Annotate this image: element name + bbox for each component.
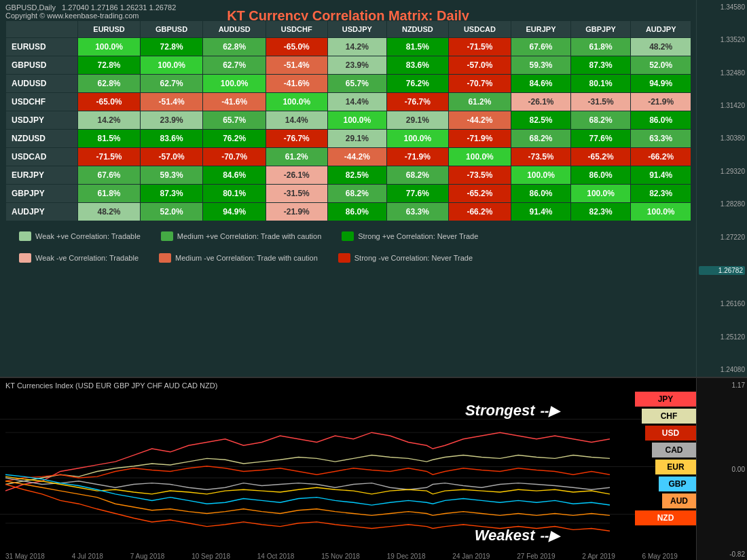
x-label-2: 4 Jul 2018	[72, 553, 103, 560]
cell-gbpjpy-7: 86.0%	[511, 185, 571, 203]
cell-eurjpy-2: 84.6%	[203, 166, 266, 185]
cell-usdchf-1: -51.4%	[140, 93, 203, 111]
row-label-audjpy: AUDJPY	[6, 203, 78, 221]
weak-neg-box	[19, 253, 31, 263]
cell-gbpjpy-9: 82.3%	[631, 185, 691, 203]
weak-pos-label: Weak +ve Correlation: Tradable	[35, 232, 141, 240]
row-label-audusd: AUDUSD	[6, 75, 78, 93]
matrix-row-usdcad: USDCAD-71.5%-57.0%-70.7%61.2%-44.2%-71.9…	[6, 148, 691, 166]
cell-audusd-7: 84.6%	[511, 75, 571, 93]
cell-audjpy-8: 82.3%	[570, 203, 631, 221]
eur-bar: EUR	[655, 460, 696, 474]
cell-gbpjpy-5: 77.6%	[387, 185, 449, 203]
jpy-bar-item: JPY	[615, 392, 696, 407]
cell-audjpy-0: 48.2%	[78, 203, 141, 221]
col-header-gbpusd: GBPUSD	[140, 21, 203, 38]
cell-audusd-8: 80.1%	[570, 75, 631, 93]
cell-audusd-3: -41.6%	[266, 75, 327, 93]
cell-usdjpy-2: 65.7%	[203, 111, 266, 130]
matrix-header-row: EURUSD GBPUSD AUDUSD USDCHF USDJPY NZDUS…	[6, 21, 691, 38]
copyright-label: Copyright © www.keenbase-trading.com	[5, 12, 176, 20]
cell-eurjpy-5: 68.2%	[387, 166, 449, 185]
cell-gbpjpy-3: -31.5%	[266, 185, 327, 203]
cell-audjpy-4: 86.0%	[327, 203, 387, 221]
x-label-1: 31 May 2018	[5, 553, 45, 560]
matrix-row-gbpusd: GBPUSD72.8%100.0%62.7%-51.4%23.9%83.6%-5…	[6, 56, 691, 75]
cell-gbpusd-7: 59.3%	[511, 56, 571, 75]
cell-usdjpy-0: 14.2%	[78, 111, 141, 130]
cell-usdcad-3: 61.2%	[266, 148, 327, 166]
matrix-tbody: EURUSD100.0%72.8%62.8%-65.0%14.2%81.5%-7…	[6, 38, 691, 221]
cell-usdjpy-8: 68.2%	[570, 111, 631, 130]
chf-bar-item: CHF	[615, 409, 696, 424]
cell-nzdusd-1: 83.6%	[140, 130, 203, 148]
cell-nzdusd-7: 68.2%	[511, 130, 571, 148]
strong-neg-box	[338, 253, 350, 263]
cell-nzdusd-4: 29.1%	[327, 130, 387, 148]
col-header-audusd: AUDUSD	[203, 21, 266, 38]
currency-bars: JPY CHF USD CAD EUR GBP AUD NZD	[615, 392, 696, 525]
medium-neg-box	[159, 253, 171, 263]
cell-nzdusd-0: 81.5%	[78, 130, 141, 148]
x-label-11: 6 May 2019	[642, 553, 678, 560]
bottom-price-1: 1.17	[699, 381, 745, 389]
cell-gbpusd-4: 23.9%	[327, 56, 387, 75]
price-tick-3: 1.32480	[699, 69, 745, 77]
bottom-price-4: 0.00	[699, 466, 745, 473]
cell-nzdusd-8: 77.6%	[570, 130, 631, 148]
cad-bar-item: CAD	[615, 443, 696, 458]
row-label-eurusd: EURUSD	[6, 38, 78, 56]
medium-neg-label: Medium -ve Correlation: Trade with cauti…	[175, 254, 318, 262]
cell-gbpusd-2: 62.7%	[203, 56, 266, 75]
legend-row-positive: Weak +ve Correlation: Tradable Medium +v…	[19, 231, 678, 241]
cell-usdchf-9: -21.9%	[631, 93, 691, 111]
cell-eurjpy-3: -26.1%	[266, 166, 327, 185]
cell-audusd-4: 65.7%	[327, 75, 387, 93]
row-label-eurjpy: EURJPY	[6, 166, 78, 185]
cell-eurusd-9: 48.2%	[631, 38, 691, 56]
cell-audusd-0: 62.8%	[78, 75, 141, 93]
legend-row-negative: Weak -ve Correlation: Tradable Medium -v…	[19, 253, 678, 263]
row-label-gbpjpy: GBPJPY	[6, 185, 78, 203]
cell-usdjpy-1: 23.9%	[140, 111, 203, 130]
bottom-price-axis: 1.17 0.00 -0.82	[696, 378, 747, 560]
cell-usdchf-8: -31.5%	[570, 93, 631, 111]
cell-eurjpy-9: 91.4%	[631, 166, 691, 185]
cell-usdcad-2: -70.7%	[203, 148, 266, 166]
nzd-bar-item: NZD	[615, 510, 696, 525]
corner-header	[6, 21, 78, 38]
price-axis: 1.34580 1.33520 1.32480 1.31420 1.30380 …	[696, 0, 747, 377]
cell-eurusd-3: -65.0%	[266, 38, 327, 56]
col-header-eurusd: EURUSD	[78, 21, 141, 38]
cell-usdchf-4: 14.4%	[327, 93, 387, 111]
cell-eurusd-1: 72.8%	[140, 38, 203, 56]
cell-eurjpy-8: 86.0%	[570, 166, 631, 185]
legend-weak-neg: Weak -ve Correlation: Tradable	[19, 253, 139, 263]
x-axis: 31 May 2018 4 Jul 2018 7 Aug 2018 10 Sep…	[5, 553, 678, 560]
price-tick-7: 1.28280	[699, 200, 745, 208]
header-info: GBPUSD,Daily 1.27040 1.27186 1.26231 1.2…	[5, 3, 176, 20]
x-label-4: 10 Sep 2018	[192, 553, 230, 560]
legend-medium-neg: Medium -ve Correlation: Trade with cauti…	[159, 253, 318, 263]
cell-usdchf-5: -76.7%	[387, 93, 449, 111]
cell-audjpy-1: 52.0%	[140, 203, 203, 221]
cell-audjpy-5: 63.3%	[387, 203, 449, 221]
cell-usdjpy-7: 82.5%	[511, 111, 571, 130]
usd-bar: USD	[645, 426, 696, 441]
top-section: GBPUSD,Daily 1.27040 1.27186 1.26231 1.2…	[0, 0, 747, 377]
cell-usdjpy-9: 86.0%	[631, 111, 691, 130]
cell-usdjpy-6: -44.2%	[448, 111, 511, 130]
price-tick-4: 1.31420	[699, 102, 745, 109]
price-tick-6: 1.29320	[699, 168, 745, 175]
aud-bar-item: AUD	[615, 493, 696, 508]
matrix-row-usdjpy: USDJPY14.2%23.9%65.7%14.4%100.0%29.1%-44…	[6, 111, 691, 130]
bottom-chart-title: KT Currencies Index (USD EUR GBP JPY CHF…	[5, 381, 217, 390]
col-header-audjpy: AUDJPY	[631, 21, 691, 38]
weak-neg-label: Weak -ve Correlation: Tradable	[35, 254, 139, 262]
cell-usdchf-7: -26.1%	[511, 93, 571, 111]
bottom-price-7: -0.82	[699, 550, 745, 558]
cell-usdchf-0: -65.0%	[78, 93, 141, 111]
cell-usdchf-3: 100.0%	[266, 93, 327, 111]
cell-usdjpy-4: 100.0%	[327, 111, 387, 130]
medium-pos-box	[161, 231, 173, 241]
